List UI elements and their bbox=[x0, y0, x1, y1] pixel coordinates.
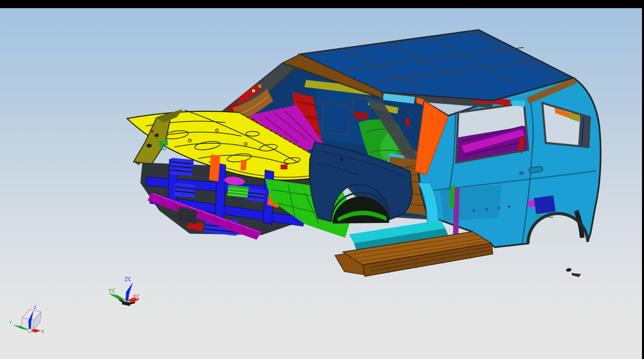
cad-application-window: { "window": { "top_bar": "", "right_bar"… bbox=[0, 0, 644, 359]
plug-dot bbox=[473, 210, 475, 212]
model-canvas[interactable]: ZC YC XC Z Y X bbox=[0, 0, 644, 359]
small-bracket[interactable] bbox=[571, 273, 581, 277]
wcs-z-label: ZC bbox=[124, 276, 132, 282]
fender-green-clip-2 bbox=[164, 140, 168, 145]
rail-green-tick bbox=[258, 85, 261, 88]
rail-cyan-seg bbox=[512, 100, 525, 107]
plug-dot-purple bbox=[508, 206, 510, 208]
bracket-red-dot bbox=[574, 274, 575, 275]
fender-hole bbox=[146, 144, 152, 148]
wcs-x-label: XC bbox=[133, 294, 140, 300]
dash-red-plate bbox=[354, 112, 368, 120]
fender-red-mark bbox=[151, 130, 154, 133]
plug-dot bbox=[486, 208, 488, 210]
red-clip bbox=[281, 165, 287, 169]
fender-teal-dash bbox=[162, 148, 166, 150]
orange-clip bbox=[240, 160, 247, 170]
wcs-y-label: YC bbox=[108, 288, 116, 294]
csys-y-label: Y bbox=[9, 320, 12, 325]
fender-hole bbox=[340, 157, 343, 161]
csys-x-label: X bbox=[41, 329, 44, 334]
fender-green-clip bbox=[159, 141, 163, 147]
pillar-inner-green bbox=[449, 186, 455, 208]
csys-z-label: Z bbox=[34, 305, 36, 310]
door-shade bbox=[440, 185, 502, 221]
loose-parts[interactable] bbox=[566, 268, 581, 277]
wcs-y-axis-arrow[interactable] bbox=[108, 293, 127, 301]
arch-navy-box[interactable] bbox=[534, 195, 556, 214]
fender-slot bbox=[155, 133, 159, 137]
door-handle[interactable] bbox=[529, 166, 543, 173]
csys-origin-sphere[interactable] bbox=[28, 329, 32, 333]
window-right-bar bbox=[642, 0, 644, 359]
wcs-triad[interactable]: ZC YC XC bbox=[108, 276, 140, 305]
car-body-model[interactable] bbox=[127, 30, 601, 277]
graphics-window[interactable]: ZC YC XC Z Y X bbox=[0, 8, 642, 359]
bracket-red-dot bbox=[577, 274, 578, 275]
interior-red-strip bbox=[405, 118, 409, 126]
plug-dot bbox=[498, 207, 500, 209]
small-part[interactable] bbox=[566, 268, 571, 272]
datum-csys[interactable]: Z Y X bbox=[9, 305, 44, 334]
handle-bracket bbox=[519, 171, 524, 175]
rail-pale-tick bbox=[252, 89, 255, 92]
